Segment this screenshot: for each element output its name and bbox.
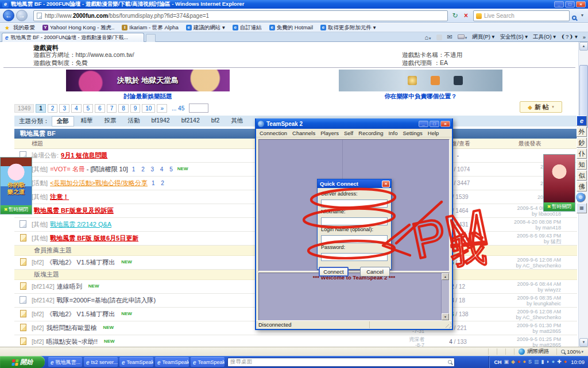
tray-icon[interactable]: ● bbox=[523, 359, 525, 365]
lastpost-by[interactable]: by matt2865 bbox=[532, 328, 561, 334]
lastpost-by[interactable]: by AC_Shevchenko bbox=[516, 315, 561, 320]
field-input[interactable] bbox=[321, 217, 388, 225]
page-link[interactable]: ... 45 bbox=[169, 105, 187, 112]
taskbar-window-button[interactable]: eTeamSpeak... bbox=[155, 357, 189, 367]
tray-icon[interactable]: ▮ bbox=[541, 359, 544, 365]
filter-tab[interactable]: 投票 bbox=[100, 116, 121, 126]
menu-item[interactable]: Info bbox=[389, 130, 398, 136]
favorites-link[interactable]: IIkariam - 世界 Alpha bbox=[122, 24, 179, 32]
topic-link[interactable]: 戰地風雲 2/2142 Q&A bbox=[50, 221, 111, 228]
quick-connect-titlebar[interactable]: Quick Connect × bbox=[318, 179, 391, 188]
minimize-button[interactable]: _ bbox=[554, 1, 564, 7]
tray-icon[interactable]: ✚ bbox=[557, 359, 562, 365]
ad-close-button[interactable]: ✖暫時關閉 bbox=[544, 202, 575, 211]
connect-button[interactable]: Connect bbox=[319, 267, 349, 277]
command-menu-item[interactable]: ❨?❩ ▾ bbox=[561, 33, 578, 41]
favorites-link[interactable]: e免費的 Hotmail bbox=[269, 24, 313, 32]
favorites-link[interactable]: e建議的網站 ▾ bbox=[186, 24, 225, 32]
live-search-box[interactable]: Live Search bbox=[473, 10, 570, 21]
new-tab-button[interactable] bbox=[146, 34, 156, 42]
banner-caption-left[interactable]: 討論最新娛樂話題 bbox=[66, 93, 230, 101]
page-link[interactable]: 8 bbox=[118, 104, 129, 113]
favorites-link[interactable]: e自訂連結 bbox=[233, 24, 262, 32]
taskbar-window-button[interactable]: eTeamSpeak... bbox=[119, 357, 153, 367]
topic-link[interactable]: 9月1 短信息問題 bbox=[61, 152, 107, 159]
topic-link[interactable]: 會員推薦主題 bbox=[34, 247, 72, 254]
filter-tab[interactable]: bf1942 bbox=[147, 116, 175, 126]
command-menu-item[interactable]: 網頁(P) ▾ bbox=[472, 33, 494, 41]
favorites-button[interactable]: ★我的最愛 bbox=[5, 24, 35, 32]
refresh-button[interactable]: ↻ bbox=[450, 11, 460, 21]
topic-link[interactable]: 戰地風雲 BF版意見及投訴區 bbox=[34, 207, 114, 214]
back-button[interactable]: ← bbox=[3, 10, 14, 21]
topic-link[interactable]: 《戰地2》 V1.5補丁釋出 bbox=[46, 259, 115, 266]
tray-icon[interactable]: ● bbox=[564, 359, 567, 365]
scroll-down-icon[interactable]: ▼ bbox=[579, 338, 588, 347]
topic-link[interactable]: 連線唔到 bbox=[57, 283, 82, 290]
filter-tab[interactable]: 精華 bbox=[76, 116, 98, 126]
page-link[interactable]: 9 bbox=[130, 104, 141, 113]
filter-tab[interactable]: 其他 bbox=[226, 116, 247, 126]
topic-link[interactable]: 戰地風雲 BF版 版規6月5日更新 bbox=[50, 235, 138, 241]
print-button[interactable]: ▾ bbox=[458, 34, 467, 40]
field-input[interactable] bbox=[321, 200, 388, 208]
zoom-control[interactable]: 100% ▾ bbox=[561, 348, 588, 355]
search-go-button[interactable] bbox=[572, 12, 577, 22]
language-indicator[interactable]: CH bbox=[494, 359, 502, 365]
side-toolbar-button[interactable]: 鈔 bbox=[577, 137, 587, 148]
start-button[interactable]: 開始 bbox=[0, 356, 45, 368]
page-link[interactable]: 7 bbox=[107, 104, 117, 113]
menu-item[interactable]: Help bbox=[428, 130, 439, 136]
banner-ad-left[interactable]: 決戰於 地獄天堂島 bbox=[66, 70, 230, 91]
side-toolbar-button[interactable]: 佛 bbox=[577, 181, 587, 191]
page-link[interactable]: 2 bbox=[48, 104, 58, 113]
globe-icon[interactable]: ◍ bbox=[575, 192, 586, 202]
tab-forum[interactable]: e 戰地風雲 BF - 2000FUN論壇 - 遊戲動漫音樂/下載... bbox=[2, 33, 144, 42]
side-toolbar-button[interactable]: 似 bbox=[577, 170, 587, 181]
side-toolbar-button[interactable]: 知 bbox=[577, 159, 587, 170]
favorites-link[interactable]: e取得更多附加元件 ▾ bbox=[320, 24, 376, 32]
chat-log-panel[interactable]: *** Welcome to TeamSpeak 2 *** ▲ ▼ bbox=[258, 273, 450, 321]
topic-link[interactable]: 《戰地2》 V1.5補丁釋出 bbox=[46, 310, 115, 317]
page-link[interactable]: 3 bbox=[59, 104, 69, 113]
ts-maximize-button[interactable]: □ bbox=[430, 121, 439, 127]
floating-ad-left[interactable]: 你的歌樂之道 ✖暫時關閉 bbox=[0, 157, 32, 214]
topic-link[interactable]: 戰隊=2000F=基地(請在此申請入隊) bbox=[57, 297, 156, 304]
home-button[interactable]: ⌂▾ bbox=[424, 34, 431, 41]
field-input[interactable] bbox=[321, 235, 388, 243]
menu-item[interactable]: Channels bbox=[292, 130, 315, 136]
topic-link[interactable]: 我想問點有歐盟槍 bbox=[46, 324, 96, 331]
ie-toolbar-icon[interactable]: e bbox=[577, 116, 587, 126]
topic-link[interactable]: 注意！ bbox=[50, 193, 69, 200]
forward-button[interactable]: → bbox=[16, 10, 28, 21]
banner-ad-right[interactable] bbox=[339, 70, 502, 91]
page-jump-input[interactable] bbox=[189, 103, 208, 113]
mail-icon[interactable]: ✉ bbox=[447, 33, 452, 41]
lastpost-by[interactable]: by libaoo018 bbox=[532, 211, 561, 217]
filter-tab[interactable]: 活動 bbox=[123, 116, 145, 126]
lastpost-by[interactable]: by leungkaheic bbox=[527, 301, 561, 306]
keyboard-icon[interactable]: ▦ bbox=[577, 203, 587, 213]
topic-link[interactable]: 唔識點安裝~求助!! bbox=[46, 338, 98, 345]
command-menu-item[interactable]: 安全性(S) ▾ bbox=[500, 33, 528, 41]
menu-item[interactable]: Settings bbox=[403, 130, 422, 136]
log-scrollbar[interactable]: ▲ ▼ bbox=[441, 273, 449, 320]
floating-ad-right[interactable]: ✖暫時關閉 bbox=[543, 154, 575, 212]
desktop-search-box[interactable]: 搜尋桌面 bbox=[227, 358, 455, 367]
lastpost-by[interactable]: by 猛烈 bbox=[544, 239, 561, 244]
dialog-close-button[interactable]: × bbox=[382, 181, 390, 187]
menu-item[interactable]: Recording bbox=[358, 130, 383, 136]
topic-pages-links[interactable]: 1 2 3 4 5 bbox=[132, 166, 175, 172]
page-link[interactable]: » bbox=[157, 104, 167, 113]
command-menu-item[interactable]: 工具(O) ▾ bbox=[533, 33, 556, 41]
ts-minimize-button[interactable]: _ bbox=[419, 121, 428, 127]
page-link[interactable]: 1349 bbox=[14, 104, 34, 113]
address-bar[interactable]: http://www.2000fun.com/bbs/forumdisplay.… bbox=[33, 10, 448, 21]
tray-icon[interactable]: ◆ bbox=[511, 359, 515, 365]
cancel-button[interactable]: Cancel bbox=[360, 267, 390, 277]
filter-tab[interactable]: bf2 bbox=[207, 116, 225, 126]
tray-icon[interactable]: ● bbox=[517, 359, 520, 365]
more-commands-button[interactable]: » bbox=[583, 34, 586, 40]
lastpost-by[interactable]: by matt2865 bbox=[532, 342, 561, 347]
menu-item[interactable]: Connection bbox=[260, 130, 287, 136]
